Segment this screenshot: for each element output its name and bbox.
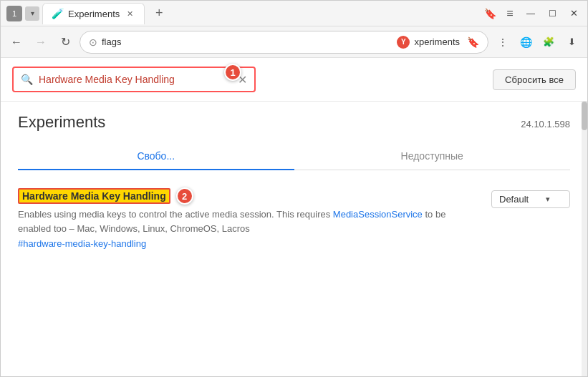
- back-button[interactable]: ←: [6, 32, 26, 52]
- navbar: ← → ↻ ⊙ flags Y xperiments 🔖 ⋮ 🌐 🧩 ⬇: [1, 26, 587, 58]
- tab-unavailable[interactable]: Недоступные: [294, 143, 571, 170]
- address-bar[interactable]: ⊙ flags Y xperiments 🔖: [79, 31, 488, 54]
- menu-icon[interactable]: ≡: [503, 6, 517, 21]
- more-button[interactable]: ⋮: [493, 32, 513, 52]
- search-bar-area: 🔍 Hardware Media Key Handling ✕ 1 Сброси…: [1, 58, 587, 102]
- tabs-row: Свобо... Недоступные: [18, 143, 570, 170]
- flag-anchor-link[interactable]: #hardware-media-key-handling: [18, 238, 480, 249]
- version-text: 24.10.1.598: [521, 119, 570, 129]
- globe-button[interactable]: 🌐: [516, 32, 536, 52]
- content-inner: Experiments 24.10.1.598 Свобо... Недосту…: [1, 102, 587, 266]
- experiments-header: Experiments 24.10.1.598: [18, 113, 570, 132]
- content-area[interactable]: Experiments 24.10.1.598 Свобо... Недосту…: [1, 102, 587, 376]
- flag-description: Enables using media keys to control the …: [18, 207, 448, 235]
- forward-button[interactable]: →: [31, 32, 51, 52]
- flag-title-row: Hardware Media Key Handling 2: [18, 187, 480, 205]
- flag-dropdown[interactable]: Default ▾: [491, 190, 570, 208]
- tab-experiments-label: Experiments: [68, 9, 120, 19]
- address-experiments-text: xperiments: [414, 36, 460, 47]
- annotation-bubble-1: 1: [224, 64, 241, 81]
- tab-dropdown-arrow[interactable]: ▾: [25, 6, 39, 21]
- minimize-button[interactable]: —: [523, 6, 539, 21]
- close-window-button[interactable]: ✕: [566, 6, 582, 21]
- search-icon: 🔍: [21, 74, 33, 85]
- tab-experiments-icon: 🧪: [52, 8, 64, 19]
- address-flag-badge: Y: [397, 36, 410, 49]
- annotation-bubble-2: 2: [176, 187, 193, 205]
- flag-left: Hardware Media Key Handling 2 Enables us…: [18, 187, 480, 249]
- scrollbar-thumb[interactable]: [582, 102, 587, 130]
- window-controls: 🔖 ≡ — ☐ ✕: [483, 6, 582, 21]
- scrollbar-track[interactable]: [582, 102, 587, 376]
- browser-window: 1 ▾ 🧪 Experiments ✕ + 🔖 ≡ — ☐ ✕ ← → ↻ ⊙ …: [0, 0, 588, 377]
- bookmark-icon[interactable]: 🔖: [483, 6, 497, 21]
- extensions-button[interactable]: 🧩: [539, 32, 559, 52]
- reset-all-button[interactable]: Сбросить все: [493, 69, 576, 90]
- search-box: 🔍 Hardware Media Key Handling ✕: [12, 67, 256, 92]
- dropdown-arrow-icon: ▾: [546, 195, 550, 204]
- experiments-title: Experiments: [18, 113, 105, 132]
- tab-available[interactable]: Свобо...: [18, 143, 294, 170]
- nav-extra-buttons: ⋮ 🌐 🧩 ⬇: [493, 32, 582, 52]
- flag-title: Hardware Media Key Handling: [18, 188, 170, 204]
- maximize-button[interactable]: ☐: [544, 6, 560, 21]
- search-input[interactable]: Hardware Media Key Handling: [39, 74, 232, 85]
- tab-experiments[interactable]: 🧪 Experiments ✕: [42, 3, 145, 24]
- new-tab-button[interactable]: +: [150, 5, 168, 22]
- flag-row: Hardware Media Key Handling 2 Enables us…: [18, 187, 570, 249]
- tab-counter: 1: [6, 6, 22, 21]
- refresh-button[interactable]: ↻: [55, 32, 75, 52]
- titlebar: 1 ▾ 🧪 Experiments ✕ + 🔖 ≡ — ☐ ✕: [1, 1, 587, 26]
- yandex-icon: ⊙: [89, 36, 97, 48]
- dropdown-value: Default: [499, 194, 529, 205]
- flag-right: Default ▾: [491, 187, 570, 208]
- download-button[interactable]: ⬇: [562, 32, 582, 52]
- tab-close-button[interactable]: ✕: [124, 8, 135, 19]
- address-bookmark-icon[interactable]: 🔖: [467, 36, 479, 48]
- media-session-link[interactable]: MediaSessionService: [333, 209, 423, 220]
- address-url: flags: [102, 36, 392, 47]
- flag-item: Hardware Media Key Handling 2 Enables us…: [18, 182, 570, 255]
